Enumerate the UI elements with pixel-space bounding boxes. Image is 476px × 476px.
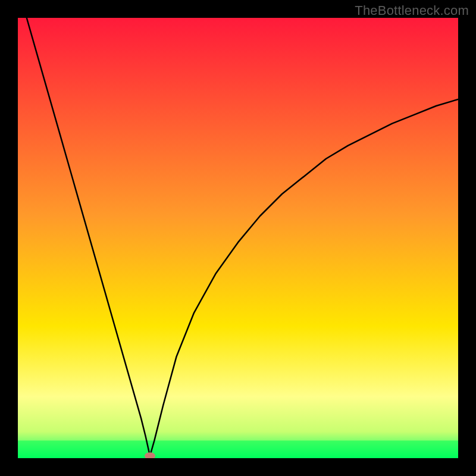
bottleneck-chart xyxy=(18,18,458,458)
plot-area xyxy=(18,18,458,458)
green-band xyxy=(18,440,458,458)
gradient-background xyxy=(18,18,458,458)
chart-frame: TheBottleneck.com xyxy=(0,0,476,476)
watermark: TheBottleneck.com xyxy=(355,3,469,18)
svg-rect-0 xyxy=(18,440,458,458)
